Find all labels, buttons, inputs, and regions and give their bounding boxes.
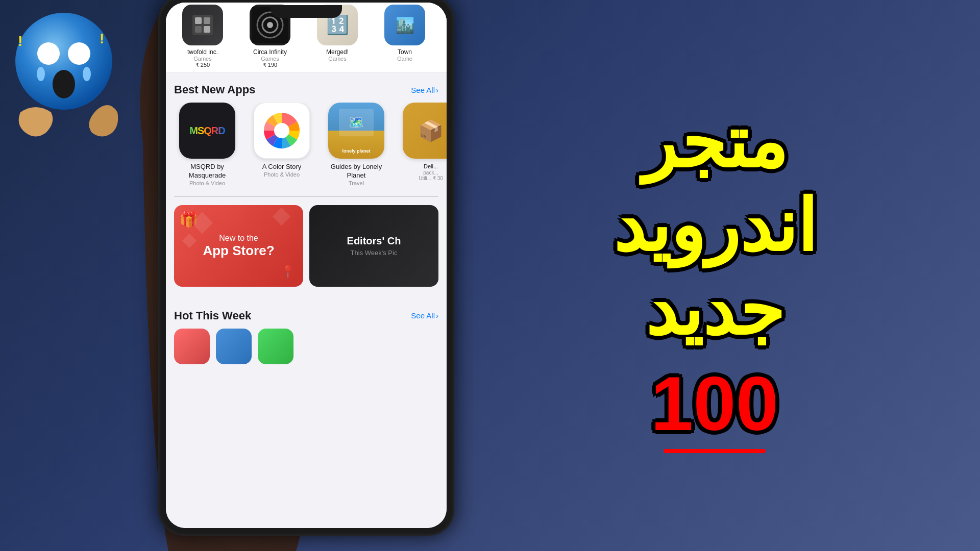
svg-rect-11 <box>195 26 202 33</box>
hot-this-week-section: Hot This Week See All › <box>166 295 447 364</box>
twofold-name: twofold inc. <box>187 48 218 56</box>
emoji-face: ! ! <box>10 10 133 143</box>
arabic-number: 100 <box>651 361 778 446</box>
phone-frame: twofold inc. Games ₹ 250 <box>158 0 454 536</box>
best-new-apps-header: Best New Apps See All › <box>166 73 447 103</box>
editors-choice-banner[interactable]: Editors' Ch This Week's Pic <box>309 205 438 287</box>
colorstory-category: Photo & Video <box>264 171 300 178</box>
svg-point-17 <box>274 123 289 138</box>
app-card-delivery[interactable]: 📦 Deli... pack... Utili... ₹ 30 <box>398 103 447 186</box>
app-item-town: 🏙️ Town Game <box>374 5 435 68</box>
hot-this-week-title: Hot This Week <box>174 309 251 322</box>
svg-point-5 <box>83 67 91 81</box>
merged-name: Merged! <box>326 48 349 56</box>
svg-point-2 <box>68 42 90 65</box>
best-new-apps-see-all[interactable]: See All › <box>411 86 438 94</box>
svg-rect-12 <box>204 26 210 33</box>
hot-app-2[interactable] <box>216 329 252 364</box>
svg-rect-9 <box>195 17 202 24</box>
app-item-twofold: twofold inc. Games ₹ 250 <box>172 5 233 68</box>
lonelyplanet-name: Guides by Lonely Planet <box>323 163 389 180</box>
hot-app-3[interactable] <box>258 329 293 364</box>
msqrd-category: Photo & Video <box>189 180 225 186</box>
delivery-extra: Utili... ₹ 30 <box>419 176 443 181</box>
svg-point-16 <box>267 22 273 28</box>
svg-point-4 <box>37 67 45 81</box>
banners-row: 🎁 📍 New to the App Store? Editor <box>166 197 447 295</box>
phone-screen: twofold inc. Games ₹ 250 <box>166 3 447 528</box>
circa-category: Games <box>261 56 279 62</box>
new-to-app-store-banner[interactable]: 🎁 📍 New to the App Store? <box>174 205 303 287</box>
phone-wrapper: twofold inc. Games ₹ 250 <box>117 0 505 551</box>
town-category: Game <box>397 56 412 62</box>
town-name: Town <box>398 48 412 56</box>
svg-point-3 <box>53 70 75 98</box>
merged-category: Games <box>328 56 346 62</box>
editors-subtitle: This Week's Pic <box>351 249 398 257</box>
svg-rect-10 <box>204 17 210 24</box>
twofold-category: Games <box>193 56 211 62</box>
arabic-line2: اندرويد <box>613 187 817 266</box>
hot-apps-row <box>166 329 447 364</box>
app-store-content: twofold inc. Games ₹ 250 <box>166 3 447 528</box>
delivery-name: Deli... <box>424 163 438 170</box>
arabic-line3: جديد <box>645 271 784 349</box>
arabic-line1: متجر <box>642 104 787 182</box>
best-new-apps-title: Best New Apps <box>174 83 255 96</box>
svg-text:!: ! <box>100 31 104 46</box>
lonelyplanet-category: Travel <box>349 180 364 186</box>
circa-price: ₹ 190 <box>263 62 277 68</box>
app-card-msqrd[interactable]: MSQRD MSQRD by Masquerade Photo & Video <box>174 103 240 186</box>
best-new-apps-grid: MSQRD MSQRD by Masquerade Photo & Video <box>166 103 447 196</box>
svg-text:!: ! <box>18 33 22 49</box>
editors-title: Editors' Ch <box>347 235 401 247</box>
msqrd-name: MSQRD by Masquerade <box>174 163 240 180</box>
delivery-category: pack... <box>423 170 438 176</box>
shocked-emoji-svg: ! ! <box>10 10 122 143</box>
hot-app-1[interactable] <box>174 329 210 364</box>
app-card-lonelyplanet[interactable]: 🗺️ lonely planet Guides by Lonely Planet… <box>323 103 389 186</box>
circa-name: Circa Infinity <box>253 48 287 56</box>
svg-point-1 <box>37 42 60 65</box>
app-card-colorstory[interactable]: A Color Story Photo & Video <box>249 103 315 186</box>
colorstory-name: A Color Story <box>262 163 302 171</box>
color-wheel-icon <box>261 110 302 151</box>
hot-this-week-header: Hot This Week See All › <box>166 299 447 329</box>
twofold-price: ₹ 250 <box>195 62 210 68</box>
overlay-right: متجر اندرويد جديد 100 <box>490 0 980 551</box>
hot-this-week-see-all[interactable]: See All › <box>411 311 438 320</box>
number-underline <box>664 449 766 453</box>
